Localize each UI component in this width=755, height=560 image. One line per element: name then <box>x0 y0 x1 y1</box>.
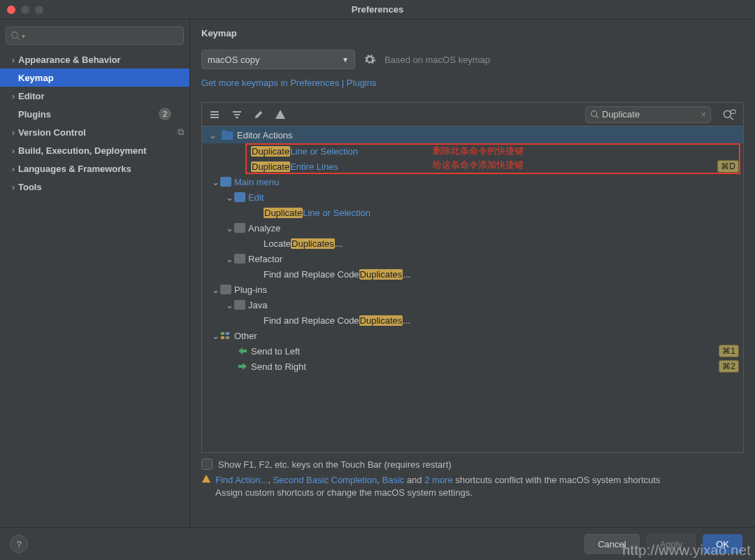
sidebar-search-input[interactable]: ▾ <box>6 27 184 45</box>
folder-icon <box>234 254 245 264</box>
edit-icon[interactable] <box>254 110 264 120</box>
shortcut-cmd-1: ⌘1 <box>719 345 739 357</box>
folder-icon <box>234 223 245 233</box>
folder-icon <box>222 130 233 140</box>
tree-node-analyze[interactable]: ⌄ Analyze <box>202 220 743 236</box>
actions-tree[interactable]: ⌄ Editor Actions Duplicate Line or Selec… <box>201 126 744 453</box>
svg-rect-5 <box>233 111 241 113</box>
nav-keymap[interactable]: Keymap <box>0 69 189 87</box>
arrow-right-icon <box>237 361 248 371</box>
action-locate-duplicates[interactable]: Locate Duplicates... <box>202 236 743 251</box>
svg-line-11 <box>731 117 733 120</box>
nav-editor[interactable]: ›Editor <box>0 87 189 105</box>
warn-link-find-action[interactable]: Find Action... <box>215 475 268 485</box>
nav-plugins[interactable]: Plugins 2 <box>0 105 189 123</box>
titlebar: Preferences <box>0 0 755 20</box>
warn-link-second-basic[interactable]: Second Basic Completion <box>273 475 377 485</box>
touchbar-checkbox-row[interactable]: Show F1, F2, etc. keys on the Touch Bar … <box>201 459 744 470</box>
svg-rect-7 <box>236 117 238 118</box>
action-send-to-left[interactable]: Send to Left ⌘1 <box>202 343 743 359</box>
tree-node-main-menu[interactable]: ⌄ Main menu <box>202 174 743 189</box>
svg-rect-6 <box>234 114 240 115</box>
svg-line-1 <box>17 38 20 41</box>
plugins-badge: 2 <box>159 108 171 120</box>
shortcut-cmd-2: ⌘2 <box>719 360 739 373</box>
nav-appearance-behavior[interactable]: ›Appearance & Behavior <box>0 50 189 69</box>
nav-build-execution-deployment[interactable]: ›Build, Execution, Deployment <box>0 141 189 159</box>
expand-all-icon[interactable] <box>209 109 220 120</box>
warning-icon[interactable] <box>275 109 286 120</box>
svg-point-0 <box>12 32 18 38</box>
clear-search-icon[interactable]: × <box>700 109 706 120</box>
warn-link-basic[interactable]: Basic <box>382 475 404 485</box>
annotation-text-2: 给这条命令添加快捷键 <box>433 159 524 171</box>
touchbar-checkbox[interactable] <box>201 459 213 470</box>
nav-version-control[interactable]: ›Version Control ⧉ <box>0 123 189 141</box>
svg-rect-2 <box>210 111 219 113</box>
folder-icon <box>220 177 231 187</box>
action-search-input[interactable]: Duplicate × <box>585 106 711 123</box>
svg-rect-3 <box>210 114 219 115</box>
collapse-all-icon[interactable] <box>231 109 243 120</box>
preferences-sidebar: ▾ ›Appearance & Behavior Keymap ›Editor … <box>0 20 190 527</box>
svg-rect-16 <box>226 332 229 335</box>
warning-icon <box>201 474 211 498</box>
based-on-label: Based on macOS keymap <box>384 55 490 65</box>
action-send-to-right[interactable]: Send to Right ⌘2 <box>202 359 743 374</box>
window-title: Preferences <box>0 4 755 15</box>
svg-line-9 <box>596 116 598 118</box>
tree-node-refactor[interactable]: ⌄ Refactor <box>202 251 743 266</box>
help-button[interactable]: ? <box>10 535 28 553</box>
annotation-text-1: 删除此条命令的快捷键 <box>433 145 524 157</box>
svg-point-8 <box>591 111 597 117</box>
svg-rect-18 <box>226 336 229 339</box>
page-title: Keymap <box>190 20 755 38</box>
svg-rect-12 <box>731 110 736 113</box>
folder-icon <box>234 300 245 310</box>
shortcut-cmd-d: ⌘D <box>717 160 739 173</box>
svg-rect-17 <box>221 336 224 339</box>
folder-icon <box>234 192 245 202</box>
search-icon <box>10 31 20 41</box>
svg-rect-19 <box>243 350 247 352</box>
watermark: http://www.yixao.net <box>622 543 751 559</box>
svg-point-10 <box>724 110 731 117</box>
action-java-find-replace-duplicates[interactable]: Find and Replace Code Duplicates... <box>202 313 743 328</box>
svg-rect-20 <box>238 365 243 368</box>
svg-rect-15 <box>221 332 224 335</box>
tree-node-other[interactable]: ⌄ Other <box>202 328 743 343</box>
tree-node-editor-actions[interactable]: ⌄ Editor Actions <box>202 127 743 143</box>
tree-node-edit[interactable]: ⌄ Edit <box>202 189 743 205</box>
folder-icon <box>220 285 231 294</box>
chevron-down-icon: ▼ <box>342 56 349 64</box>
keymap-select[interactable]: macOS copy ▼ <box>201 50 355 69</box>
get-more-keymaps-link[interactable]: Get more keymaps in Preferences | Plugin… <box>190 73 755 96</box>
svg-rect-14 <box>222 130 226 133</box>
nav-tools[interactable]: ›Tools <box>0 178 189 196</box>
svg-rect-4 <box>210 117 219 118</box>
tree-node-plugins[interactable]: ⌄ Plug-ins <box>202 282 743 297</box>
content-pane: Keymap macOS copy ▼ Based on macOS keyma… <box>190 20 755 527</box>
search-icon <box>590 110 599 119</box>
tree-toolbar: Duplicate × <box>201 102 744 126</box>
action-edit-duplicate[interactable]: Duplicate Line or Selection <box>202 205 743 220</box>
other-icon <box>220 331 231 340</box>
action-find-replace-duplicates[interactable]: Find and Replace Code Duplicates... <box>202 266 743 282</box>
arrow-left-icon <box>237 346 248 356</box>
tree-node-java[interactable]: ⌄ Java <box>202 297 743 313</box>
conflict-warning: Find Action..., Second Basic Completion,… <box>201 474 744 498</box>
clipboard-icon: ⧉ <box>178 127 184 138</box>
nav-languages-frameworks[interactable]: ›Languages & Frameworks <box>0 159 189 178</box>
gear-icon[interactable] <box>364 53 376 66</box>
find-by-shortcut-icon[interactable] <box>722 108 736 121</box>
warn-link-more[interactable]: 2 more <box>424 475 452 485</box>
